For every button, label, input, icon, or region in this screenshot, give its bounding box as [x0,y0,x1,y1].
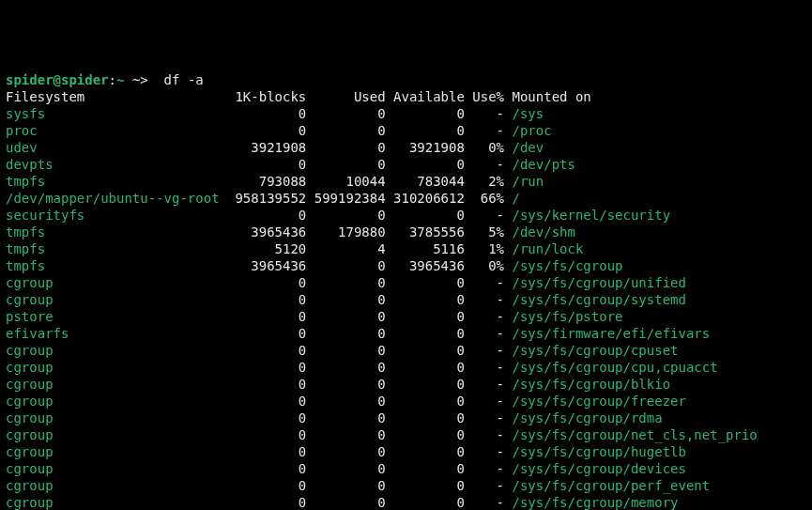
cell-usepct: - [465,106,504,121]
df-row: cgroup 0 0 0 - /sys/fs/cgroup/cpu,cpuacc… [6,359,806,376]
cell-available: 0 [386,410,465,425]
cell-available: 0 [386,394,465,409]
cell-filesystem: sysfs [6,106,227,121]
cell-mounted: /dev [513,140,544,155]
cell-used: 599192384 [306,191,385,206]
df-row: cgroup 0 0 0 - /sys/fs/cgroup/systemd [6,291,806,308]
cell-available: 0 [386,343,465,358]
df-row: devpts 0 0 0 - /dev/pts [6,156,806,173]
cell-filesystem: cgroup [6,360,227,375]
df-row: tmpfs 3965436 179880 3785556 5% /dev/shm [6,224,806,240]
cell-blocks: 958139552 [227,191,306,206]
df-row: /dev/mapper/ubuntu--vg-root 958139552 59… [6,190,806,207]
df-row: proc 0 0 0 - /proc [6,122,806,139]
cell-used: 0 [306,444,385,459]
cell-usepct: 0% [465,140,504,155]
cell-used: 0 [306,157,385,172]
cell-filesystem: cgroup [6,444,227,459]
cell-mounted: /sys/fs/cgroup/cpu,cpuacct [513,360,718,375]
cell-filesystem: cgroup [6,427,227,442]
cell-available: 0 [386,309,465,324]
df-row: cgroup 0 0 0 - /sys/fs/cgroup/freezer [6,393,806,410]
cell-available: 0 [386,461,465,476]
cell-blocks: 0 [227,461,306,476]
cell-mounted: /sys/fs/cgroup/rdma [513,410,663,425]
cell-usepct: - [465,360,504,375]
cell-usepct: - [465,478,504,493]
cell-filesystem: tmpfs [6,224,227,240]
col-blocks: 1K-blocks [227,89,306,104]
cell-used: 0 [306,427,385,442]
cell-usepct: - [465,343,504,358]
df-row: cgroup 0 0 0 - /sys/fs/cgroup/devices [6,460,806,477]
cell-used: 0 [306,123,385,138]
cell-mounted: /sys/fs/cgroup/unified [513,275,686,290]
cell-usepct: - [465,326,504,341]
df-row: cgroup 0 0 0 - /sys/fs/cgroup/unified [6,274,806,291]
cell-mounted: /dev/pts [513,157,575,172]
cell-mounted: /sys/fs/cgroup/blkio [513,377,671,392]
cell-mounted: /sys/fs/cgroup/devices [513,461,686,476]
cell-usepct: - [465,292,504,307]
df-row: sysfs 0 0 0 - /sys [6,105,806,122]
cell-blocks: 0 [227,157,306,172]
cell-available: 0 [386,292,465,307]
cell-mounted: /sys/fs/cgroup/net_cls,net_prio [513,427,758,442]
cell-mounted: /sys/fs/cgroup/memory [513,495,679,510]
cell-available: 3921908 [386,140,465,155]
cell-available: 0 [386,123,465,138]
cell-blocks: 3921908 [227,140,306,155]
cell-usepct: 66% [465,191,504,206]
col-usepct: Use% [465,89,504,104]
cell-filesystem: cgroup [6,495,227,510]
cell-available: 0 [386,106,465,121]
cell-blocks: 0 [227,394,306,409]
df-header: Filesystem 1K-blocks Used Available Use%… [6,88,806,105]
cell-usepct: - [465,427,504,442]
cell-filesystem: pstore [6,309,227,324]
cell-used: 0 [306,410,385,425]
cell-available: 0 [386,360,465,375]
cell-usepct: - [465,461,504,476]
cell-available: 310206612 [386,191,465,206]
cell-usepct: - [465,208,504,223]
prompt-line[interactable]: spider@spider:~ ~> df -a [6,71,806,88]
cell-used: 0 [306,208,385,223]
cell-usepct: - [465,275,504,290]
cell-available: 0 [386,326,465,341]
cell-mounted: /sys/fs/cgroup/systemd [513,292,686,307]
df-row: cgroup 0 0 0 - /sys/fs/cgroup/memory [6,494,806,510]
cell-blocks: 5120 [227,241,306,256]
cell-usepct: - [465,123,504,138]
cell-mounted: /sys/fs/cgroup [513,258,623,273]
cell-mounted: /sys/fs/cgroup/hugetlb [513,444,686,459]
cell-used: 0 [306,478,385,493]
cell-filesystem: tmpfs [6,174,227,189]
cell-filesystem: tmpfs [6,241,227,256]
cell-available: 0 [386,478,465,493]
cell-used: 0 [306,106,385,121]
cell-mounted: /dev/shm [513,224,575,240]
df-row: securityfs 0 0 0 - /sys/kernel/security [6,207,806,224]
cell-used: 0 [306,377,385,392]
cell-blocks: 0 [227,275,306,290]
cell-used: 179880 [306,224,385,240]
cell-available: 0 [386,157,465,172]
command-text: df -a [164,72,204,87]
terminal-output[interactable]: spider@spider:~ ~> df -aFilesystem 1K-bl… [6,71,806,510]
cell-blocks: 0 [227,343,306,358]
cell-blocks: 0 [227,444,306,459]
cell-blocks: 0 [227,123,306,138]
df-row: cgroup 0 0 0 - /sys/fs/cgroup/hugetlb [6,443,806,460]
cell-filesystem: /dev/mapper/ubuntu--vg-root [6,191,227,206]
cell-usepct: - [465,410,504,425]
cell-blocks: 0 [227,106,306,121]
cell-blocks: 0 [227,309,306,324]
col-mounted: Mounted on [513,89,591,104]
cell-blocks: 0 [227,427,306,442]
cell-used: 10044 [306,174,385,189]
cell-usepct: - [465,444,504,459]
cell-mounted: /sys/fs/cgroup/freezer [513,394,686,409]
cell-used: 0 [306,326,385,341]
cell-available: 0 [386,444,465,459]
